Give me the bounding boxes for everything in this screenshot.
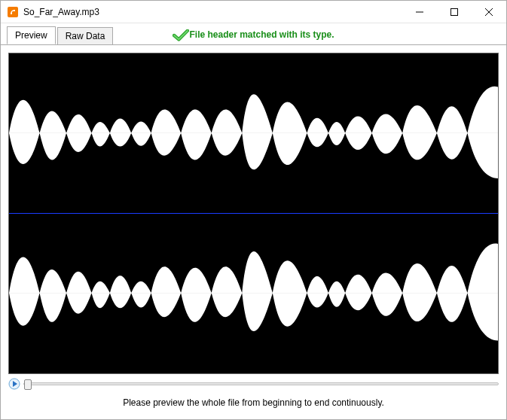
waveform-display[interactable]: [8, 53, 499, 374]
play-button[interactable]: [8, 378, 20, 390]
footer-hint: Please preview the whole file from begin…: [8, 394, 499, 412]
status-text: File header matched with its type.: [189, 29, 334, 40]
window-title: So_Far_Away.mp3: [23, 7, 99, 17]
minimize-button[interactable]: [402, 1, 437, 23]
waveform-svg: [9, 53, 498, 373]
tabs: Preview Raw Data: [7, 26, 115, 44]
tab-raw-data[interactable]: Raw Data: [57, 27, 114, 44]
svg-rect-2: [451, 8, 458, 15]
maximize-button[interactable]: [437, 1, 472, 23]
topbar: Preview Raw Data File header matched wit…: [1, 23, 506, 44]
tab-preview[interactable]: Preview: [7, 26, 56, 44]
seek-thumb[interactable]: [24, 379, 32, 390]
svg-rect-0: [8, 7, 18, 17]
titlebar: So_Far_Away.mp3: [1, 1, 506, 23]
check-icon: [173, 29, 186, 40]
close-button[interactable]: [472, 1, 506, 23]
playback-bar: [8, 377, 499, 391]
content-area: Please preview the whole file from begin…: [1, 44, 506, 419]
seek-slider[interactable]: [23, 382, 499, 385]
window: So_Far_Away.mp3 Preview Raw Data File he…: [0, 0, 507, 420]
footer-text: Please preview the whole file from begin…: [123, 397, 384, 408]
app-icon: [7, 6, 19, 18]
